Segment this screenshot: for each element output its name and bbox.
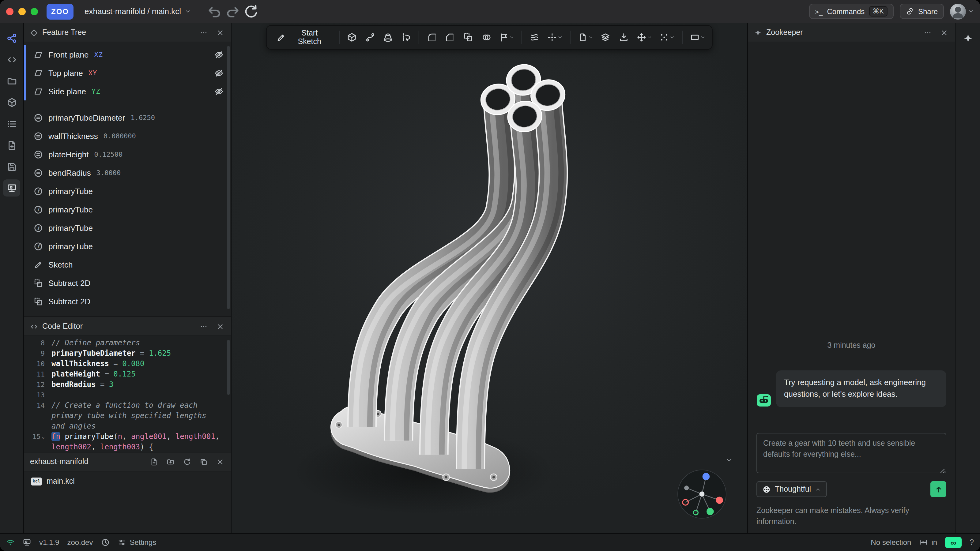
feature-tree-item-bendradius[interactable]: bendRadius3.0000 — [24, 164, 231, 182]
sweep-tool-button[interactable] — [361, 28, 379, 46]
zookeeper-menu-button[interactable] — [921, 26, 934, 38]
reasoning-mode-dropdown[interactable]: Thoughtful — [756, 481, 827, 497]
gizmo-z-axis[interactable] — [703, 473, 710, 480]
chevron-down-icon — [510, 35, 514, 40]
prompt-input[interactable] — [756, 433, 946, 473]
feature-tree-item-primarytube[interactable]: fprimaryTube — [24, 219, 231, 237]
window-zoom-button[interactable] — [30, 8, 38, 15]
feature-tree-scrollbar[interactable] — [227, 46, 230, 309]
code-line-10[interactable]: 10wallThickness = 0.080 — [24, 359, 231, 369]
code-editor-close-button[interactable] — [214, 320, 226, 332]
code-line-11[interactable]: 11plateHeight = 0.125 — [24, 369, 231, 380]
3d-viewport[interactable]: Start Sketch — [232, 23, 747, 533]
code-line-14[interactable]: 14// Create a function to draw each prim… — [24, 400, 231, 432]
feature-tree-close-button[interactable] — [214, 26, 226, 38]
file-plus-rail-button[interactable] — [0, 135, 23, 156]
visibility-toggle[interactable] — [215, 87, 224, 96]
feature-tree-item-subtract-2d[interactable]: Subtract 2D — [24, 292, 231, 310]
help-button[interactable]: ? — [970, 538, 974, 547]
visibility-toggle[interactable] — [215, 68, 224, 78]
user-menu[interactable] — [950, 3, 974, 19]
zookeeper-toggle-button[interactable] — [956, 28, 979, 48]
create-file-button[interactable] — [148, 456, 160, 468]
undo-button[interactable] — [206, 3, 222, 19]
units-button[interactable]: in — [919, 538, 937, 547]
window-close-button[interactable] — [6, 8, 13, 15]
redo-button[interactable] — [224, 3, 240, 19]
file-tool-button[interactable] — [574, 28, 597, 46]
code-editor-scrollbar[interactable] — [227, 340, 230, 395]
folder-rail-button[interactable] — [0, 71, 23, 91]
start-sketch-button[interactable]: Start Sketch — [270, 28, 335, 46]
settings-button[interactable]: Settings — [117, 538, 156, 547]
feature-tree-item-wallthickness[interactable]: wallThickness0.080000 — [24, 127, 231, 145]
fold-chevron-icon[interactable]: ⌄ — [41, 432, 45, 442]
commands-button[interactable]: >_ Commands ⌘K — [809, 4, 894, 19]
machine-status-icon[interactable] — [23, 538, 31, 547]
project-files-close-button[interactable] — [214, 456, 226, 468]
chamfer-tool-button[interactable] — [441, 28, 459, 46]
gizmo-menu-chevron[interactable] — [726, 457, 733, 464]
layers-tool-button[interactable] — [597, 28, 614, 46]
loft-tool-button[interactable] — [379, 28, 397, 46]
project-breadcrumb[interactable]: exhaust-manifold / main.kcl — [80, 4, 195, 18]
code-editor-menu-button[interactable] — [197, 320, 210, 332]
point-tool-button[interactable] — [544, 28, 566, 46]
zoo-dev-link[interactable]: zoo.dev — [67, 538, 93, 547]
code-editor-content[interactable]: 8// Define parameters9primaryTubeDiamete… — [24, 336, 231, 452]
feature-tree-item-sketch[interactable]: Sketch — [24, 255, 231, 274]
code-line-8[interactable]: 8// Define parameters — [24, 338, 231, 348]
gizmo-x-axis[interactable] — [716, 497, 723, 504]
share-button[interactable]: Share — [900, 4, 944, 19]
feature-label: Front plane — [48, 50, 89, 59]
boolean-subtract-tool-button[interactable] — [460, 28, 477, 46]
file-list-item[interactable]: kcl main.kcl — [24, 473, 231, 489]
feature-tree-item-primarytube[interactable]: fprimaryTube — [24, 182, 231, 200]
feature-tree-menu-button[interactable] — [197, 26, 210, 38]
cube-rail-button[interactable] — [0, 92, 23, 113]
window-minimize-button[interactable] — [18, 8, 26, 15]
code-line-12[interactable]: 12bendRadius = 3 — [24, 380, 231, 390]
network-status-icon[interactable] — [6, 538, 15, 547]
create-folder-button[interactable] — [164, 456, 177, 468]
feature-tree-item-front-plane[interactable]: Front planeXZ — [24, 45, 231, 64]
save-rail-button[interactable] — [0, 157, 23, 177]
gizmo-y-axis[interactable] — [706, 508, 714, 515]
app-version[interactable]: v1.1.9 — [39, 538, 59, 547]
revolve-tool-button[interactable] — [398, 28, 415, 46]
send-button[interactable] — [931, 481, 946, 497]
refresh-stream-button[interactable] — [243, 3, 259, 19]
helix-tool-button[interactable] — [526, 28, 543, 46]
visibility-toggle[interactable] — [215, 50, 224, 59]
feature-tree-item-side-plane[interactable]: Side planeYZ — [24, 82, 231, 100]
code-line-15[interactable]: 15⌄fn primaryTube(n, angle001, length001… — [24, 432, 231, 452]
machine-rail-button[interactable] — [3, 179, 20, 197]
feature-tree-item-top-plane[interactable]: Top planeXY — [24, 64, 231, 82]
feature-tree-item-subtract-2d[interactable]: Subtract 2D — [24, 274, 231, 292]
zookeeper-close-button[interactable] — [938, 26, 950, 38]
view-gizmo[interactable] — [676, 468, 728, 520]
refresh-files-button[interactable] — [181, 456, 193, 468]
rectangle-tool-button[interactable] — [686, 28, 709, 46]
code-rail-button[interactable] — [0, 49, 23, 70]
feature-tree-item-plateheight[interactable]: plateHeight0.12500 — [24, 145, 231, 164]
feature-tree-item-primarytubediameter[interactable]: primaryTubeDiameter1.6250 — [24, 108, 231, 127]
move-tool-button[interactable] — [633, 28, 656, 46]
boolean-union-tool-button[interactable] — [477, 28, 495, 46]
feature-tree-item-primarytube[interactable]: fprimaryTube — [24, 200, 231, 219]
fillet-tool-button[interactable] — [423, 28, 441, 46]
feature-tree-item-primarytube[interactable]: fprimaryTube — [24, 237, 231, 255]
network-rail-button[interactable] — [0, 28, 23, 48]
import-tool-button[interactable] — [615, 28, 632, 46]
plane-axis-label: XZ — [94, 51, 103, 59]
chevron-down-icon — [700, 35, 705, 40]
pattern-tool-button[interactable] — [656, 28, 678, 46]
collapse-files-button[interactable] — [197, 456, 210, 468]
code-line-13[interactable]: 13 — [24, 390, 231, 400]
plane-flag-tool-button[interactable] — [495, 28, 518, 46]
extrude-tool-button[interactable] — [343, 28, 361, 46]
list-rail-button[interactable] — [0, 114, 23, 134]
credits-badge[interactable]: ∞ — [945, 537, 962, 548]
code-line-9[interactable]: 9primaryTubeDiameter = 1.625 — [24, 348, 231, 359]
clock-icon[interactable] — [101, 538, 109, 547]
